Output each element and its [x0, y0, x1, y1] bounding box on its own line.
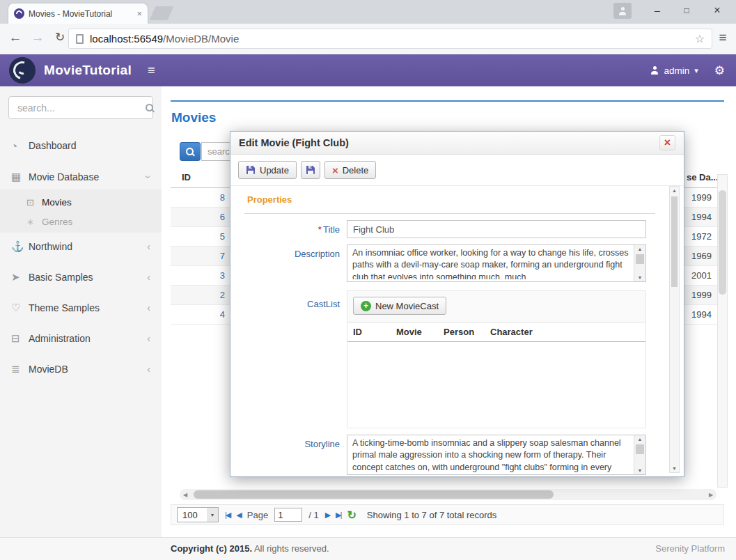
tab-favicon-icon: [14, 8, 24, 19]
scroll-down-icon[interactable]: ▼: [670, 466, 679, 471]
page-size-select[interactable]: 100 ▾: [177, 507, 219, 522]
update-button[interactable]: Update: [238, 161, 297, 179]
copyright-text: Copyright (c) 2015. All rights reserved.: [171, 543, 329, 554]
textarea-scrollbar[interactable]: ▲ ▼: [634, 435, 645, 474]
sidebar-item-genres[interactable]: ∗ Genres: [0, 212, 162, 231]
title-input[interactable]: [347, 220, 646, 238]
bookmark-star-icon[interactable]: ☆: [695, 32, 705, 45]
scroll-up-icon[interactable]: ▲: [634, 247, 645, 251]
save-disk-icon: [306, 165, 315, 175]
sidebar-item-theme-samples[interactable]: ♡ Theme Samples ‹: [0, 296, 162, 320]
settings-gear-icon[interactable]: ⚙: [714, 63, 725, 78]
chevron-left-icon: ‹: [147, 302, 150, 313]
chevron-down-icon: ›: [143, 176, 155, 179]
dialog-title: Edit Movie (Fight Club): [239, 137, 349, 148]
tab-close-icon[interactable]: ×: [136, 9, 142, 18]
castlist-toolbar: + New MovieCast: [347, 291, 645, 320]
browser-tab[interactable]: Movies - MovieTutorial ×: [8, 3, 148, 24]
dialog-titlebar[interactable]: Edit Movie (Fight Club) ×: [230, 132, 684, 155]
row-id: 8: [171, 192, 225, 203]
grid-pager: 100 ▾ |◀ ◀ Page / 1 ▶ ▶| ↻ Showing 1 to …: [171, 504, 724, 525]
sidebar-item-movies[interactable]: ⊡ Movies: [0, 192, 162, 212]
page-label: Page: [247, 510, 268, 520]
castlist-panel: + New MovieCast ID Movie Person Characte…: [347, 290, 646, 428]
window-minimize-button[interactable]: –: [643, 0, 672, 21]
delete-button[interactable]: × Delete: [324, 161, 376, 179]
cast-column-person[interactable]: Person: [444, 327, 474, 337]
sidebar-search-input[interactable]: [16, 102, 145, 114]
sidebar-item-administration[interactable]: ⊟ Administration ‹: [0, 327, 162, 350]
pager-next-button[interactable]: ▶: [325, 511, 329, 520]
cast-column-id[interactable]: ID: [353, 327, 362, 337]
sidebar-item-moviedb[interactable]: ≣ MovieDB ‹: [0, 357, 162, 381]
storyline-textarea[interactable]: A ticking-time-bomb insomniac and a slip…: [347, 435, 646, 475]
dialog-scrollbar[interactable]: ▲ ▼: [669, 186, 680, 473]
row-id: 2: [171, 290, 225, 300]
save-disk-icon: [246, 165, 256, 175]
scrollbar-thumb[interactable]: [636, 254, 644, 264]
window-maximize-button[interactable]: □: [672, 0, 701, 21]
storyline-field-label: Storyline: [230, 439, 340, 449]
scrollbar-thumb[interactable]: [194, 490, 554, 499]
scrollbar-thumb[interactable]: [636, 444, 644, 454]
scrollbar-thumb[interactable]: [719, 190, 726, 295]
column-header-id[interactable]: ID: [182, 172, 191, 182]
pager-prev-button[interactable]: ◀: [236, 511, 240, 520]
sidebar-item-label: Northwind: [29, 241, 72, 252]
platform-label: Serenity Platform: [655, 543, 725, 554]
address-bar[interactable]: localhost:56549/MovieDB/Movie ☆: [68, 29, 712, 49]
sidebar-toggle-icon[interactable]: ≡: [148, 63, 155, 78]
sidebar-item-dashboard[interactable]: ◔ Dashboard: [0, 134, 162, 157]
url-text: localhost:56549/MovieDB/Movie: [90, 33, 239, 45]
tab-properties[interactable]: Properties: [247, 194, 292, 205]
back-button[interactable]: ←: [6, 30, 25, 45]
description-textarea[interactable]: An insomniac office worker, looking for …: [347, 244, 646, 282]
page-icon: [76, 34, 84, 44]
scrollbar-thumb[interactable]: [671, 196, 678, 287]
pager-first-button[interactable]: |◀: [225, 511, 230, 520]
sidebar-item-label: Administration: [29, 333, 91, 344]
scroll-left-icon[interactable]: ◀: [180, 492, 191, 498]
sidebar-item-basic-samples[interactable]: ➤ Basic Samples ‹: [0, 265, 162, 289]
reload-button[interactable]: ↻: [50, 30, 70, 45]
column-header-release-date[interactable]: se Da...: [687, 172, 719, 182]
textarea-scrollbar[interactable]: ▲ ▼: [634, 245, 645, 281]
sidebar-item-northwind[interactable]: ⚓ Northwind ‹: [0, 235, 162, 258]
cast-column-movie[interactable]: Movie: [396, 327, 422, 337]
pager-refresh-icon[interactable]: ↻: [347, 508, 356, 522]
dialog-close-icon[interactable]: ×: [659, 135, 675, 150]
sidebar-item-label: Movie Database: [29, 171, 99, 182]
pager-status: Showing 1 to 7 of 7 total records: [367, 510, 496, 520]
forward-button[interactable]: →: [28, 30, 47, 45]
grid-search-button[interactable]: [180, 142, 201, 161]
cast-column-character[interactable]: Character: [490, 327, 533, 337]
new-tab-button[interactable]: [150, 6, 174, 20]
window-close-button[interactable]: ×: [703, 0, 732, 21]
scroll-up-icon[interactable]: ▲: [670, 188, 679, 193]
sidebar-item-movie-database[interactable]: ▦ Movie Database ›: [0, 165, 162, 189]
profile-person-icon: [618, 7, 627, 15]
grid-vertical-scrollbar[interactable]: [717, 174, 728, 488]
user-caret-icon: ▾: [694, 66, 698, 75]
browser-menu-icon[interactable]: ≡: [714, 30, 732, 45]
url-path: /MovieDB/Movie: [163, 33, 239, 45]
sidebar-item-label: Dashboard: [29, 140, 77, 151]
grid-horizontal-scrollbar[interactable]: ◀ ▶: [180, 489, 717, 500]
new-moviecast-button[interactable]: + New MovieCast: [353, 297, 446, 315]
scroll-down-icon[interactable]: ▼: [634, 468, 645, 473]
sidebar-item-label: Movies: [42, 197, 72, 208]
update-button-label: Update: [260, 165, 289, 176]
moviedb-icon: ≣: [11, 363, 29, 375]
scroll-right-icon[interactable]: ▶: [705, 492, 717, 498]
save-and-close-button[interactable]: [301, 161, 320, 179]
user-menu[interactable]: admin: [664, 65, 689, 76]
browser-profile-button[interactable]: [613, 3, 632, 19]
select-caret-icon: ▾: [207, 508, 218, 522]
dashboard-icon: ◔: [11, 140, 29, 152]
pager-last-button[interactable]: ▶|: [336, 511, 340, 520]
scroll-down-icon[interactable]: ▼: [634, 275, 645, 280]
sidebar-search-icon: [145, 103, 146, 113]
sidebar-search-box[interactable]: [8, 96, 153, 119]
page-number-input[interactable]: [274, 508, 302, 522]
scroll-up-icon[interactable]: ▲: [634, 437, 645, 442]
